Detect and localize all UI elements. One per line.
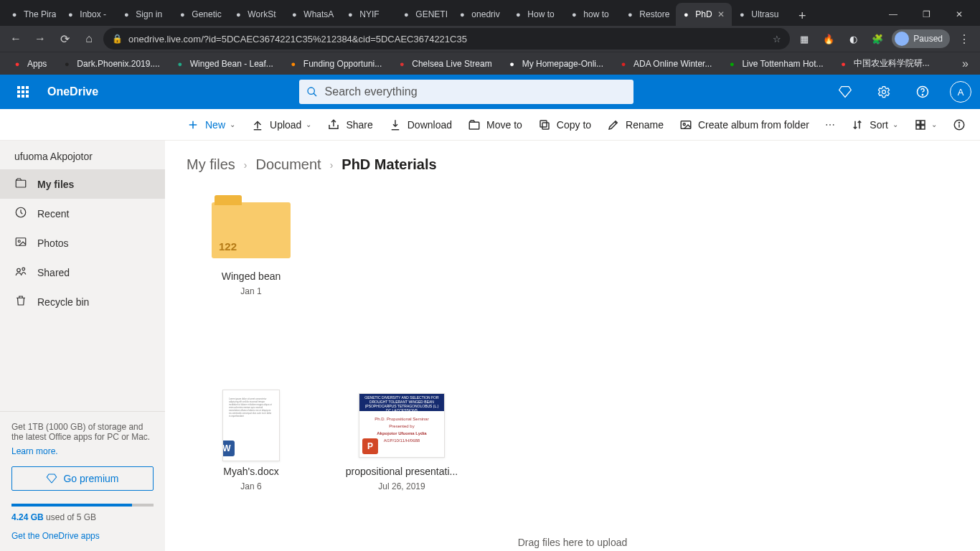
browser-tab[interactable]: ●Genetic <box>172 3 228 26</box>
chevron-right-icon: › <box>244 159 248 171</box>
bookmark-item[interactable]: ●Winged Bean - Leaf... <box>169 55 279 72</box>
word-doc-thumb: Lorem ipsum dolor sit amet consectetur a… <box>222 390 280 461</box>
extension-icon-3[interactable]: ◐ <box>843 29 863 49</box>
upload-icon <box>251 118 264 131</box>
close-tab-icon[interactable]: ✕ <box>717 9 727 19</box>
onedrive-page: OneDrive Search everything A New ⌄ <box>0 75 980 551</box>
browser-tab[interactable]: ●how to <box>564 3 620 26</box>
file-item[interactable]: GENETIC DIVERSITY AND SELECTION FOR DROU… <box>337 390 466 491</box>
chrome-menu[interactable]: ⋮ <box>954 29 974 49</box>
sidebar-item-photos[interactable]: Photos <box>0 228 165 258</box>
browser-tab[interactable]: ●Sign in <box>116 3 172 26</box>
bookmark-star-icon[interactable]: ☆ <box>773 34 781 44</box>
cmd-new[interactable]: New ⌄ <box>187 118 235 131</box>
promo-text: Get 1TB (1000 GB) of storage and the lat… <box>11 422 154 442</box>
cmd-download[interactable]: Download <box>389 118 452 131</box>
nav-reload[interactable]: ⟳ <box>55 29 75 49</box>
brand-onedrive[interactable]: OneDrive <box>47 85 98 98</box>
album-icon <box>679 118 692 131</box>
browser-tab[interactable]: ●NYIF <box>340 3 396 26</box>
browser-tab[interactable]: ●onedriv <box>452 3 508 26</box>
extension-icon-2[interactable]: 🔥 <box>819 29 839 49</box>
breadcrumb-document[interactable]: Document <box>255 156 321 173</box>
bookmark-item[interactable]: ●Funding Opportuni... <box>282 55 387 72</box>
nav-forward[interactable]: → <box>30 29 50 49</box>
browser-tab[interactable]: ●Ultrasu <box>732 3 788 26</box>
svg-point-19 <box>958 122 959 123</box>
settings-gear-icon[interactable] <box>872 80 895 103</box>
suite-header: OneDrive Search everything A <box>0 75 980 109</box>
bookmarks-bar: ●Apps●Dark.Phoenix.2019....●Winged Bean … <box>0 52 980 75</box>
chevron-down-icon: ⌄ <box>892 121 898 128</box>
file-item[interactable]: 122Winged beanJan 1 <box>187 194 316 296</box>
nav-back[interactable]: ← <box>6 29 26 49</box>
browser-tab[interactable]: ●GENETI <box>396 3 452 26</box>
app-launcher[interactable] <box>9 77 37 106</box>
content-area: My files › Document › PhD Materials 122W… <box>165 141 980 551</box>
nav-icon <box>14 206 27 221</box>
cmd-moveto[interactable]: Move to <box>468 118 522 131</box>
get-apps-link[interactable]: Get the OneDrive apps <box>11 531 154 541</box>
svg-rect-14 <box>921 121 925 124</box>
extensions-menu-icon[interactable]: 🧩 <box>867 29 887 49</box>
window-maximize[interactable]: ❐ <box>910 3 943 26</box>
cmd-copyto[interactable]: Copy to <box>538 118 591 131</box>
learn-more-link[interactable]: Learn more. <box>11 446 154 456</box>
browser-tab[interactable]: ●Inbox - <box>60 3 116 26</box>
browser-tab[interactable]: ●WhatsA <box>284 3 340 26</box>
browser-tab[interactable]: ●PhD✕ <box>676 3 732 26</box>
new-tab-button[interactable]: + <box>792 6 812 26</box>
profile-chip[interactable]: Paused <box>892 29 950 48</box>
cmd-share[interactable]: Share <box>327 118 372 131</box>
favicon-icon: ● <box>176 9 188 20</box>
cmd-overflow[interactable]: ⋯ <box>825 119 835 131</box>
bookmark-item[interactable]: ●My Homepage-Onli... <box>501 55 609 72</box>
grid-view-icon <box>914 118 927 131</box>
breadcrumb: My files › Document › PhD Materials <box>187 156 958 173</box>
bookmark-item[interactable]: ●Apps <box>6 55 52 72</box>
browser-tab[interactable]: ●WorkSt <box>228 3 284 26</box>
nav-home[interactable]: ⌂ <box>79 29 99 49</box>
sidebar-item-shared[interactable]: Shared <box>0 258 165 287</box>
bookmark-item[interactable]: ●ADA Online Winter... <box>612 55 717 72</box>
account-avatar[interactable]: A <box>950 81 971 103</box>
sidebar-item-my-files[interactable]: My files <box>0 169 165 199</box>
help-icon[interactable] <box>911 80 934 103</box>
search-box[interactable]: Search everything <box>299 80 633 104</box>
sidebar-item-recent[interactable]: Recent <box>0 199 165 228</box>
window-minimize[interactable]: ― <box>877 3 910 26</box>
bookmark-favicon-icon: ● <box>726 58 738 70</box>
bookmark-item[interactable]: ●Dark.Phoenix.2019.... <box>55 55 165 72</box>
browser-tab[interactable]: ●The Pira <box>4 3 60 26</box>
bookmarks-overflow[interactable]: » <box>956 55 974 73</box>
cmd-info[interactable] <box>953 118 966 131</box>
window-close[interactable]: ✕ <box>943 3 976 26</box>
chevron-right-icon: › <box>330 159 334 171</box>
premium-diamond-icon[interactable] <box>834 80 857 103</box>
item-date: Jan 1 <box>240 286 261 296</box>
diamond-icon <box>46 473 57 484</box>
cmd-rename[interactable]: Rename <box>607 118 664 131</box>
sidebar-item-recycle-bin[interactable]: Recycle bin <box>0 287 165 316</box>
bookmark-item[interactable]: ●Chelsea Live Stream <box>390 55 497 72</box>
breadcrumb-myfiles[interactable]: My files <box>187 156 235 173</box>
nav-icon <box>14 235 27 250</box>
info-icon <box>953 118 966 131</box>
bookmark-item[interactable]: ●中国农业科学院研... <box>832 55 936 72</box>
bookmark-item[interactable]: ●Live Tottenham Hot... <box>720 55 829 72</box>
browser-tab[interactable]: ●Restore <box>620 3 676 26</box>
sort-icon <box>851 118 864 131</box>
browser-toolbar: ← → ⟳ ⌂ 🔒 onedrive.live.com/?id=5DCAEC36… <box>0 26 980 52</box>
extension-icon-1[interactable]: ▦ <box>794 29 814 49</box>
cmd-upload[interactable]: Upload ⌄ <box>251 118 311 131</box>
browser-tab[interactable]: ●How to <box>508 3 564 26</box>
favicon-icon: ● <box>680 9 692 20</box>
svg-rect-8 <box>469 122 479 129</box>
storage-text: 4.24 GB used of 5 GB <box>11 512 154 522</box>
cmd-sort[interactable]: Sort ⌄ <box>851 118 898 131</box>
go-premium-button[interactable]: Go premium <box>11 466 154 491</box>
omnibox[interactable]: 🔒 onedrive.live.com/?id=5DCAEC3674221C35… <box>103 28 790 50</box>
file-item[interactable]: Lorem ipsum dolor sit amet consectetur a… <box>187 390 316 491</box>
cmd-view-toggle[interactable]: ⌄ <box>914 118 937 131</box>
cmd-create-album[interactable]: Create album from folder <box>679 118 809 131</box>
